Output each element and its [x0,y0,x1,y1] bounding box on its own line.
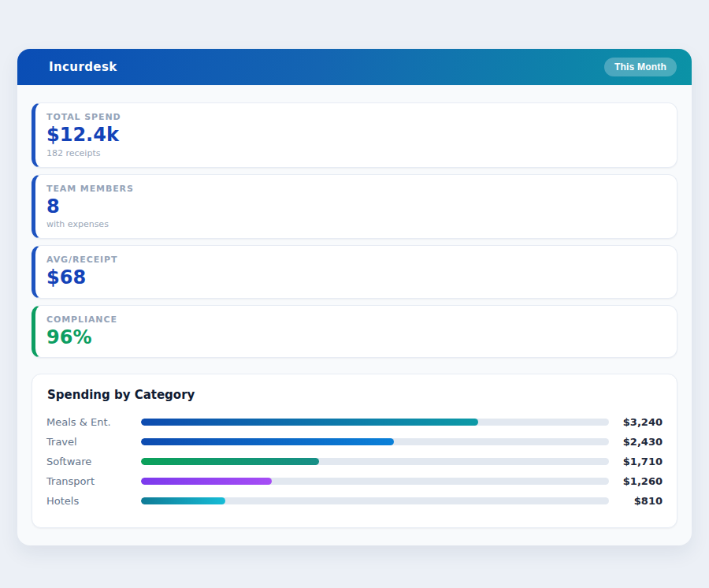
spending-chart-card: Spending by Category Meals & Ent.$3,240T… [32,374,677,528]
bar-track [141,438,609,445]
category-value: $3,240 [609,416,663,428]
stat-value: 8 [46,196,663,218]
chart-title: Spending by Category [46,388,663,402]
stat-card-compliance: COMPLIANCE 96% [32,305,677,359]
stat-subtext: with expenses [46,219,663,229]
bar-track [141,419,609,426]
chart-row: Meals & Ent.$3,240 [46,412,663,432]
category-label: Transport [46,475,141,487]
stat-card-total-spend: TOTAL SPEND $12.4k 182 receipts [32,102,677,168]
chart-row: Transport$1,260 [46,471,663,491]
bar-fill [141,458,319,465]
category-label: Travel [46,436,141,448]
bar-track [141,497,609,504]
category-value: $2,430 [609,436,663,448]
chart-row: Hotels$810 [46,491,663,511]
stat-subtext: 182 receipts [46,148,663,158]
category-label: Hotels [46,495,141,507]
app-header: Incurdesk This Month [17,49,692,85]
stat-label: AVG/RECEIPT [46,255,663,265]
chart-rows: Meals & Ent.$3,240Travel$2,430Software$1… [46,412,663,511]
category-label: Software [46,456,141,467]
bar-fill [141,478,272,485]
chart-row: Software$1,710 [46,452,663,471]
bar-fill [141,497,225,504]
chart-row: Travel$2,430 [46,432,663,452]
bar-track [141,458,609,465]
category-value: $810 [609,495,663,507]
bar-track [141,478,609,485]
stat-value: 96% [46,327,663,349]
app-title: Incurdesk [32,60,117,74]
dashboard-panel: Incurdesk This Month TOTAL SPEND $12.4k … [17,49,692,545]
period-badge[interactable]: This Month [604,58,677,76]
bar-fill [141,438,394,445]
stat-label: TOTAL SPEND [46,112,663,122]
stat-label: TEAM MEMBERS [46,184,663,194]
stat-card-team-members: TEAM MEMBERS 8 with expenses [32,174,677,240]
panel-content: TOTAL SPEND $12.4k 182 receipts TEAM MEM… [17,85,692,545]
category-value: $1,710 [609,456,663,467]
category-label: Meals & Ent. [46,416,141,428]
stat-value: $12.4k [46,125,663,147]
stat-value: $68 [46,267,663,289]
stat-label: COMPLIANCE [46,314,663,325]
stat-card-avg-receipt: AVG/RECEIPT $68 [32,245,677,299]
category-value: $1,260 [609,475,663,487]
bar-fill [141,419,478,426]
